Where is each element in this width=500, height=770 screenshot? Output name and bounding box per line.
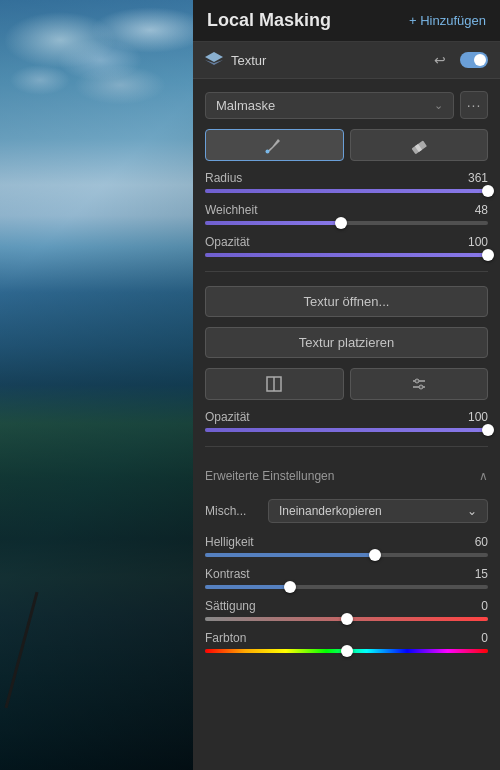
radius-label-row: Radius 361 (205, 171, 488, 185)
eraser-tool-button[interactable] (350, 129, 489, 161)
section-title-row: Textur (205, 52, 266, 68)
mask-dropdown-row: Malmaske ⌄ ··· (205, 91, 488, 119)
blend-mode-row: Misch... Ineinanderkopieren ⌄ (205, 497, 488, 525)
opazitaet1-fill (205, 253, 488, 257)
kontrast-fill (205, 585, 290, 589)
saettigung-track[interactable] (205, 617, 488, 621)
radius-track[interactable] (205, 189, 488, 193)
helligkeit-label-row: Helligkeit 60 (205, 535, 488, 549)
opazitaet2-fill (205, 428, 488, 432)
mask-dropdown-label: Malmaske (216, 98, 275, 113)
opazitaet2-value: 100 (458, 410, 488, 424)
weichheit-fill (205, 221, 341, 225)
visibility-toggle[interactable] (460, 52, 488, 68)
opazitaet2-label: Opazität (205, 410, 250, 424)
farbton-slider-row: Farbton 0 (205, 631, 488, 653)
mask-dropdown[interactable]: Malmaske ⌄ (205, 92, 454, 119)
brush-tool-button[interactable] (205, 129, 344, 161)
radius-fill (205, 189, 488, 193)
adjust-icon (410, 375, 428, 393)
open-texture-button[interactable]: Textur öffnen... (205, 286, 488, 317)
adjust-button[interactable] (350, 368, 489, 400)
panel-content: Malmaske ⌄ ··· Radius (193, 79, 500, 673)
tool-row (205, 129, 488, 161)
section-actions: ↩ (430, 50, 488, 70)
svg-point-2 (266, 150, 270, 154)
section-header: Textur ↩ (193, 42, 500, 79)
helligkeit-slider-row: Helligkeit 60 (205, 535, 488, 557)
opazitaet2-track[interactable] (205, 428, 488, 432)
opazitaet2-slider-row: Opazität 100 (205, 410, 488, 432)
radius-label: Radius (205, 171, 242, 185)
blend-chevron-icon: ⌄ (467, 504, 477, 518)
opazitaet1-track[interactable] (205, 253, 488, 257)
weichheit-track[interactable] (205, 221, 488, 225)
farbton-value: 0 (458, 631, 488, 645)
place-texture-button[interactable]: Textur platzieren (205, 327, 488, 358)
panel: Local Masking + Hinzufügen Textur ↩ Malm… (193, 0, 500, 770)
saettigung-label-row: Sättigung 0 (205, 599, 488, 613)
section-label: Textur (231, 53, 266, 68)
panel-title: Local Masking (207, 10, 331, 31)
opazitaet2-label-row: Opazität 100 (205, 410, 488, 424)
advanced-settings-header: Erweiterte Einstellungen ∧ (205, 461, 488, 487)
photo-area (0, 0, 193, 770)
undo-button[interactable]: ↩ (430, 50, 450, 70)
saettigung-slider-row: Sättigung 0 (205, 599, 488, 621)
opazitaet1-label: Opazität (205, 235, 250, 249)
weichheit-label: Weichheit (205, 203, 257, 217)
kontrast-value: 15 (458, 567, 488, 581)
fit-button[interactable] (205, 368, 344, 400)
icon-btn-row (205, 368, 488, 400)
weichheit-value: 48 (458, 203, 488, 217)
helligkeit-value: 60 (458, 535, 488, 549)
radius-value: 361 (458, 171, 488, 185)
farbton-label-row: Farbton 0 (205, 631, 488, 645)
advanced-settings-label: Erweiterte Einstellungen (205, 469, 334, 483)
opazitaet2-thumb[interactable] (482, 424, 494, 436)
svg-marker-0 (205, 52, 223, 62)
kontrast-slider-row: Kontrast 15 (205, 567, 488, 589)
layers-icon (205, 52, 223, 68)
radius-slider-row: Radius 361 (205, 171, 488, 193)
opazitaet1-thumb[interactable] (482, 249, 494, 261)
fit-icon (265, 375, 283, 393)
kontrast-label: Kontrast (205, 567, 250, 581)
helligkeit-track[interactable] (205, 553, 488, 557)
opazitaet1-value: 100 (458, 235, 488, 249)
farbton-track[interactable] (205, 649, 488, 653)
brush-icon (264, 135, 284, 155)
saettigung-thumb[interactable] (341, 613, 353, 625)
farbton-label: Farbton (205, 631, 246, 645)
kontrast-label-row: Kontrast 15 (205, 567, 488, 581)
weichheit-slider-row: Weichheit 48 (205, 203, 488, 225)
teal-overlay (0, 0, 193, 770)
divider-2 (205, 446, 488, 447)
chevron-down-icon: ⌄ (434, 99, 443, 112)
blend-mode-label: Misch... (205, 504, 260, 518)
weichheit-thumb[interactable] (335, 217, 347, 229)
helligkeit-fill (205, 553, 375, 557)
radius-thumb[interactable] (482, 185, 494, 197)
saettigung-label: Sättigung (205, 599, 256, 613)
add-button[interactable]: + Hinzufügen (409, 13, 486, 28)
svg-point-9 (415, 379, 419, 383)
blend-mode-dropdown[interactable]: Ineinanderkopieren ⌄ (268, 499, 488, 523)
opazitaet1-label-row: Opazität 100 (205, 235, 488, 249)
divider-1 (205, 271, 488, 272)
panel-header: Local Masking + Hinzufügen (193, 0, 500, 42)
opazitaet1-slider-row: Opazität 100 (205, 235, 488, 257)
more-button[interactable]: ··· (460, 91, 488, 119)
kontrast-track[interactable] (205, 585, 488, 589)
svg-point-10 (419, 385, 423, 389)
chevron-up-icon[interactable]: ∧ (479, 469, 488, 483)
helligkeit-label: Helligkeit (205, 535, 254, 549)
saettigung-value: 0 (458, 599, 488, 613)
eraser-icon (409, 135, 429, 155)
blend-mode-value: Ineinanderkopieren (279, 504, 382, 518)
farbton-thumb[interactable] (341, 645, 353, 657)
kontrast-thumb[interactable] (284, 581, 296, 593)
helligkeit-thumb[interactable] (369, 549, 381, 561)
weichheit-label-row: Weichheit 48 (205, 203, 488, 217)
